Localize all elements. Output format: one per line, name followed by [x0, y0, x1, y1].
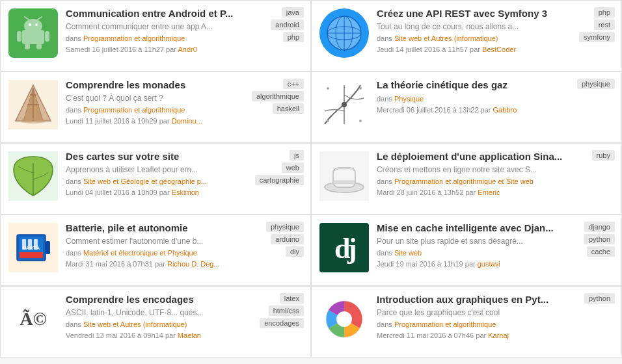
card-category[interactable]: Site web et Géologie et géographie p... [83, 177, 207, 185]
card-title[interactable]: Des cartes sur votre site [66, 150, 246, 163]
svg-rect-29 [333, 168, 355, 187]
card-author[interactable]: Emeric [478, 188, 500, 196]
card-meta: dans Programmation et algorithmique [377, 320, 575, 328]
card-title[interactable]: Comprendre les monades [66, 79, 243, 92]
tag[interactable]: python [584, 293, 615, 304]
svg-point-24 [359, 87, 362, 90]
card-category[interactable]: Matériel et électronique et Physique [83, 249, 197, 257]
card-meta: dans Programmation et algorithmique [66, 106, 243, 114]
tag[interactable]: physique [577, 79, 615, 89]
card-author[interactable]: gustavi [478, 260, 500, 268]
card-title[interactable]: Introduction aux graphiques en Pyt... [377, 293, 575, 306]
card-content: Des cartes sur votre site Apprenons à ut… [66, 150, 246, 207]
tag[interactable]: diy [286, 246, 304, 257]
tag[interactable]: algorithmique [252, 91, 304, 101]
tag[interactable]: c++ [283, 79, 304, 89]
card-category[interactable]: Programmation et algorithmique [83, 34, 185, 42]
tag[interactable]: rest [594, 20, 615, 30]
card-title[interactable]: Mise en cache intelligente avec Djan... [377, 222, 575, 235]
card-card-encoding: Ã© Comprendre les encodages ASCII, latin… [0, 286, 311, 358]
svg-point-23 [327, 87, 329, 90]
card-category[interactable]: Programmation et algorithmique et Site w… [394, 177, 534, 185]
card-thumbnail [318, 150, 370, 202]
card-author[interactable]: Karnaj [488, 332, 509, 339]
card-meta: dans Physique [377, 95, 568, 103]
svg-rect-37 [28, 239, 32, 250]
card-date: Mercredi 06 juillet 2016 à 13h22 par Gab… [377, 106, 568, 114]
svg-rect-6 [17, 31, 21, 42]
tag[interactable]: ruby [592, 150, 615, 161]
card-card-python-charts: Introduction aux graphiques en Pyt... Pa… [311, 286, 622, 358]
tag[interactable]: js [290, 150, 304, 161]
card-desc: Parce que les graphiques c'est cool [377, 308, 575, 317]
card-title[interactable]: Batterie, pile et autonomie [66, 222, 257, 235]
svg-rect-8 [25, 44, 30, 49]
tag[interactable]: java [282, 7, 304, 18]
card-thumbnail [318, 79, 370, 131]
card-category[interactable]: Programmation et algorithmique [394, 320, 496, 328]
tag[interactable]: haskell [273, 103, 304, 114]
svg-point-1 [24, 19, 42, 33]
card-title[interactable]: Comprendre les encodages [66, 293, 250, 306]
tag[interactable]: latex [280, 293, 304, 304]
svg-line-4 [25, 17, 29, 20]
card-title[interactable]: Le déploiement d'une application Sina... [377, 150, 583, 163]
card-date: Samedi 16 juillet 2016 à 11h27 par Andr0 [66, 46, 262, 53]
svg-rect-32 [46, 241, 50, 254]
card-content: Le déploiement d'une application Sina...… [377, 150, 583, 207]
tag[interactable]: web [282, 162, 304, 173]
card-tags: c++algorithmiquehaskell [252, 79, 304, 136]
card-meta: dans Programmation et algorithmique [66, 34, 262, 42]
card-category[interactable]: Site web et Autres (informatique) [83, 320, 187, 328]
tag[interactable]: cache [587, 246, 615, 257]
svg-point-41 [336, 311, 352, 327]
tag[interactable]: python [584, 234, 615, 244]
svg-point-25 [327, 120, 329, 122]
svg-text:j: j [347, 233, 357, 265]
card-title[interactable]: La théorie cinétique des gaz [377, 79, 568, 92]
card-author[interactable]: Dominu... [172, 117, 202, 125]
card-author[interactable]: Andr0 [178, 46, 196, 53]
tag[interactable]: physique [266, 222, 304, 232]
card-date: Jeudi 14 juillet 2016 à 11h57 par BestCo… [377, 46, 570, 53]
tag[interactable]: arduino [271, 234, 304, 244]
card-desc: ASCII, latin-1, Unicode, UTF-8... qués..… [66, 308, 250, 317]
card-thumbnail [318, 7, 370, 59]
card-desc: C'est quoi ? À quoi ça sert ? [66, 94, 243, 103]
tag[interactable]: cartographie [255, 175, 304, 185]
card-category[interactable]: Site web et Autres (informatique) [394, 34, 498, 42]
tag[interactable]: android [271, 20, 304, 30]
card-meta: dans Site web et Autres (informatique) [377, 34, 570, 42]
card-date: Mardi 31 mai 2016 à 07h31 par Richou D. … [66, 260, 257, 268]
tag[interactable]: django [584, 222, 615, 232]
svg-line-5 [38, 17, 42, 20]
tag[interactable]: symfony [579, 32, 615, 42]
card-date: Mardi 28 juin 2016 à 13h52 par Emeric [377, 188, 583, 196]
card-author[interactable]: BestCoder [482, 46, 516, 53]
tag[interactable]: html/css [269, 306, 304, 316]
card-date: Lundi 11 juillet 2016 à 10h29 par Dominu… [66, 117, 243, 125]
tag[interactable]: encodages [260, 318, 304, 328]
tag[interactable]: php [594, 7, 615, 18]
card-tags: physique [577, 79, 615, 136]
card-title[interactable]: Communication entre Android et P... [66, 7, 262, 20]
card-author[interactable]: Gabbro [493, 106, 517, 114]
card-tags: ruby [592, 150, 615, 207]
tag[interactable]: php [283, 32, 304, 42]
svg-point-2 [29, 23, 31, 26]
card-tags: javaandroidphp [271, 7, 304, 64]
card-category[interactable]: Physique [394, 95, 424, 103]
card-category[interactable]: Programmation et algorithmique [83, 106, 185, 114]
card-meta: dans Matériel et électronique et Physiqu… [66, 249, 257, 257]
card-author[interactable]: Eskimon [172, 188, 199, 196]
card-meta: dans Site web et Autres (informatique) [66, 320, 250, 328]
card-desc: Créons et mettons en ligne notre site av… [377, 165, 583, 174]
card-card-battery: VARTA Batterie, pile et autonomie Commen… [0, 214, 311, 286]
card-tags: jswebcartographie [255, 150, 304, 207]
card-title[interactable]: Créez une API REST avec Symfony 3 [377, 7, 570, 20]
card-category[interactable]: Site web [394, 249, 422, 257]
card-author[interactable]: Richou D. Deg... [167, 260, 220, 268]
card-author[interactable]: Maelan [178, 332, 201, 339]
card-card-monade: Comprendre les monades C'est quoi ? À qu… [0, 72, 311, 143]
card-meta: dans Site web [377, 249, 575, 257]
